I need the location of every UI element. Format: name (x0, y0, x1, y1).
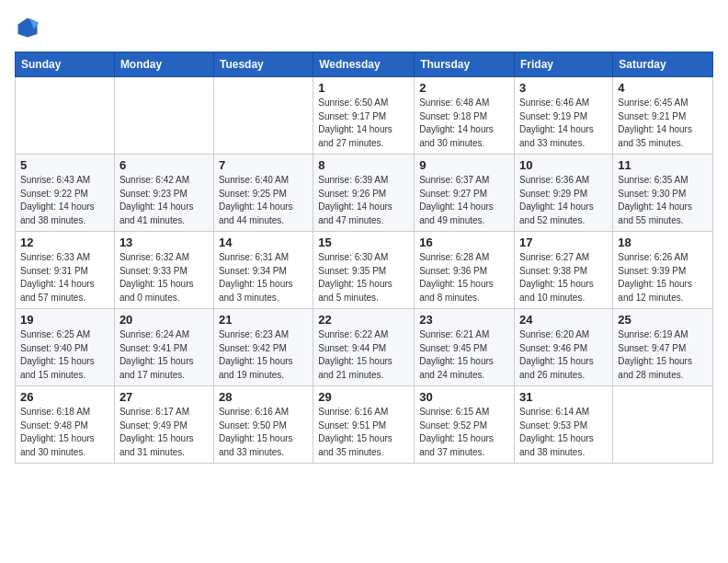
logo-icon (15, 15, 40, 40)
weekday-header-saturday: Saturday (613, 52, 713, 77)
day-info: Sunrise: 6:48 AM Sunset: 9:18 PM Dayligh… (419, 97, 509, 150)
calendar-cell: 30Sunrise: 6:15 AM Sunset: 9:52 PM Dayli… (415, 386, 515, 464)
calendar-cell: 18Sunrise: 6:26 AM Sunset: 9:39 PM Dayli… (613, 232, 713, 309)
calendar-cell: 14Sunrise: 6:31 AM Sunset: 9:34 PM Dayli… (213, 232, 313, 309)
day-info: Sunrise: 6:15 AM Sunset: 9:52 PM Dayligh… (419, 406, 509, 459)
day-info: Sunrise: 6:30 AM Sunset: 9:35 PM Dayligh… (318, 251, 409, 304)
calendar-cell: 19Sunrise: 6:25 AM Sunset: 9:40 PM Dayli… (16, 309, 115, 386)
day-info: Sunrise: 6:35 AM Sunset: 9:30 PM Dayligh… (618, 174, 708, 227)
day-number: 1 (318, 81, 409, 95)
day-info: Sunrise: 6:45 AM Sunset: 9:21 PM Dayligh… (618, 97, 708, 150)
calendar-cell: 5Sunrise: 6:43 AM Sunset: 9:22 PM Daylig… (16, 155, 115, 232)
day-number: 3 (519, 81, 608, 95)
day-info: Sunrise: 6:33 AM Sunset: 9:31 PM Dayligh… (20, 251, 109, 304)
day-info: Sunrise: 6:19 AM Sunset: 9:47 PM Dayligh… (618, 328, 708, 382)
day-number: 24 (519, 313, 608, 327)
calendar-cell: 9Sunrise: 6:37 AM Sunset: 9:27 PM Daylig… (415, 155, 515, 232)
logo (15, 15, 44, 40)
calendar-cell: 28Sunrise: 6:16 AM Sunset: 9:50 PM Dayli… (213, 386, 313, 464)
day-number: 10 (519, 158, 608, 172)
day-info: Sunrise: 6:23 AM Sunset: 9:42 PM Dayligh… (219, 328, 308, 382)
day-info: Sunrise: 6:20 AM Sunset: 9:46 PM Dayligh… (519, 328, 608, 382)
day-number: 13 (119, 236, 209, 249)
weekday-header-row: SundayMondayTuesdayWednesdayThursdayFrid… (16, 52, 713, 77)
calendar-cell: 24Sunrise: 6:20 AM Sunset: 9:46 PM Dayli… (515, 309, 613, 386)
day-number: 14 (219, 236, 308, 249)
calendar-cell: 1Sunrise: 6:50 AM Sunset: 9:17 PM Daylig… (313, 77, 415, 155)
calendar-header: SundayMondayTuesdayWednesdayThursdayFrid… (16, 52, 713, 77)
calendar-cell: 12Sunrise: 6:33 AM Sunset: 9:31 PM Dayli… (16, 232, 115, 309)
calendar-week-1: 1Sunrise: 6:50 AM Sunset: 9:17 PM Daylig… (16, 77, 713, 155)
day-info: Sunrise: 6:50 AM Sunset: 9:17 PM Dayligh… (318, 97, 409, 150)
weekday-header-monday: Monday (114, 52, 213, 77)
calendar-cell: 10Sunrise: 6:36 AM Sunset: 9:29 PM Dayli… (515, 155, 613, 232)
calendar-cell: 20Sunrise: 6:24 AM Sunset: 9:41 PM Dayli… (114, 309, 213, 386)
day-info: Sunrise: 6:26 AM Sunset: 9:39 PM Dayligh… (618, 251, 708, 304)
calendar-cell: 26Sunrise: 6:18 AM Sunset: 9:48 PM Dayli… (16, 386, 115, 464)
calendar-cell: 2Sunrise: 6:48 AM Sunset: 9:18 PM Daylig… (415, 77, 515, 155)
day-number: 21 (219, 313, 308, 327)
day-info: Sunrise: 6:43 AM Sunset: 9:22 PM Dayligh… (20, 174, 109, 227)
day-info: Sunrise: 6:22 AM Sunset: 9:44 PM Dayligh… (318, 328, 409, 382)
weekday-header-thursday: Thursday (415, 52, 515, 77)
day-number: 27 (119, 390, 209, 404)
day-info: Sunrise: 6:14 AM Sunset: 9:53 PM Dayligh… (519, 406, 608, 459)
day-number: 4 (618, 81, 708, 95)
calendar-cell: 16Sunrise: 6:28 AM Sunset: 9:36 PM Dayli… (415, 232, 515, 309)
day-number: 28 (219, 390, 308, 404)
calendar-cell: 17Sunrise: 6:27 AM Sunset: 9:38 PM Dayli… (515, 232, 613, 309)
calendar-cell: 8Sunrise: 6:39 AM Sunset: 9:26 PM Daylig… (313, 155, 415, 232)
calendar-table: SundayMondayTuesdayWednesdayThursdayFrid… (15, 52, 713, 464)
day-number: 18 (618, 236, 708, 249)
day-number: 5 (20, 158, 109, 172)
calendar-cell: 7Sunrise: 6:40 AM Sunset: 9:25 PM Daylig… (213, 155, 313, 232)
day-info: Sunrise: 6:17 AM Sunset: 9:49 PM Dayligh… (119, 406, 209, 459)
calendar-cell (613, 386, 713, 464)
day-number: 12 (20, 236, 109, 249)
calendar-cell: 21Sunrise: 6:23 AM Sunset: 9:42 PM Dayli… (213, 309, 313, 386)
weekday-header-tuesday: Tuesday (213, 52, 313, 77)
calendar-cell: 31Sunrise: 6:14 AM Sunset: 9:53 PM Dayli… (515, 386, 613, 464)
calendar-week-4: 19Sunrise: 6:25 AM Sunset: 9:40 PM Dayli… (16, 309, 713, 386)
day-number: 31 (519, 390, 608, 404)
day-number: 15 (318, 236, 409, 249)
day-info: Sunrise: 6:40 AM Sunset: 9:25 PM Dayligh… (219, 174, 308, 227)
day-info: Sunrise: 6:46 AM Sunset: 9:19 PM Dayligh… (519, 97, 608, 150)
calendar-cell: 23Sunrise: 6:21 AM Sunset: 9:45 PM Dayli… (415, 309, 515, 386)
weekday-header-friday: Friday (515, 52, 613, 77)
day-number: 7 (219, 158, 308, 172)
calendar-cell: 25Sunrise: 6:19 AM Sunset: 9:47 PM Dayli… (613, 309, 713, 386)
day-info: Sunrise: 6:28 AM Sunset: 9:36 PM Dayligh… (419, 251, 509, 304)
day-number: 2 (419, 81, 509, 95)
day-number: 11 (618, 158, 708, 172)
day-number: 22 (318, 313, 409, 327)
calendar-cell (213, 77, 313, 155)
day-info: Sunrise: 6:25 AM Sunset: 9:40 PM Dayligh… (20, 328, 109, 382)
calendar-cell: 3Sunrise: 6:46 AM Sunset: 9:19 PM Daylig… (515, 77, 613, 155)
day-info: Sunrise: 6:42 AM Sunset: 9:23 PM Dayligh… (119, 174, 209, 227)
day-info: Sunrise: 6:16 AM Sunset: 9:51 PM Dayligh… (318, 406, 409, 459)
day-number: 30 (419, 390, 509, 404)
calendar-cell: 6Sunrise: 6:42 AM Sunset: 9:23 PM Daylig… (114, 155, 213, 232)
day-info: Sunrise: 6:18 AM Sunset: 9:48 PM Dayligh… (20, 406, 109, 459)
calendar-week-3: 12Sunrise: 6:33 AM Sunset: 9:31 PM Dayli… (16, 232, 713, 309)
calendar-cell: 27Sunrise: 6:17 AM Sunset: 9:49 PM Dayli… (114, 386, 213, 464)
day-number: 29 (318, 390, 409, 404)
day-number: 6 (119, 158, 209, 172)
day-number: 20 (119, 313, 209, 327)
calendar-body: 1Sunrise: 6:50 AM Sunset: 9:17 PM Daylig… (16, 77, 713, 464)
calendar-cell: 11Sunrise: 6:35 AM Sunset: 9:30 PM Dayli… (613, 155, 713, 232)
day-number: 16 (419, 236, 509, 249)
day-number: 8 (318, 158, 409, 172)
day-info: Sunrise: 6:37 AM Sunset: 9:27 PM Dayligh… (419, 174, 509, 227)
day-info: Sunrise: 6:21 AM Sunset: 9:45 PM Dayligh… (419, 328, 509, 382)
day-info: Sunrise: 6:36 AM Sunset: 9:29 PM Dayligh… (519, 174, 608, 227)
day-info: Sunrise: 6:31 AM Sunset: 9:34 PM Dayligh… (219, 251, 308, 304)
calendar-cell (114, 77, 213, 155)
calendar-cell: 29Sunrise: 6:16 AM Sunset: 9:51 PM Dayli… (313, 386, 415, 464)
day-number: 23 (419, 313, 509, 327)
day-info: Sunrise: 6:32 AM Sunset: 9:33 PM Dayligh… (119, 251, 209, 304)
calendar-week-2: 5Sunrise: 6:43 AM Sunset: 9:22 PM Daylig… (16, 155, 713, 232)
calendar-cell: 15Sunrise: 6:30 AM Sunset: 9:35 PM Dayli… (313, 232, 415, 309)
day-info: Sunrise: 6:39 AM Sunset: 9:26 PM Dayligh… (318, 174, 409, 227)
